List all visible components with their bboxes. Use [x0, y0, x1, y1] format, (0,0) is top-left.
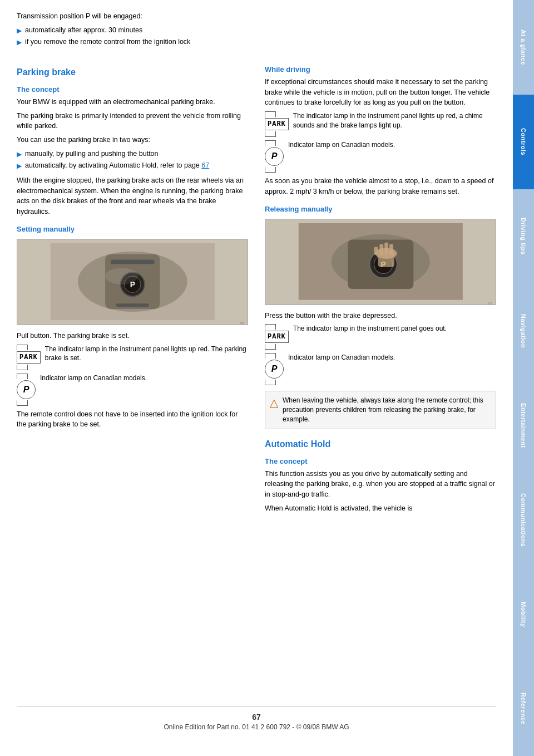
svg-point-8	[105, 268, 138, 285]
footer-copyright: Online Edition for Part no. 01 41 2 600 …	[17, 723, 496, 731]
while-driving-heading: While driving	[265, 65, 496, 73]
park-indicator-releasing-text: The indicator lamp in the instrument pan…	[293, 324, 447, 333]
sidebar-tab-controls[interactable]: Controls	[513, 95, 534, 189]
while-driving-para2: As soon as you brake the vehicle almost …	[265, 176, 496, 197]
page-footer: 67 Online Edition for Part no. 01 41 2 6…	[17, 706, 496, 734]
concept-para3: You can use the parking brake in two way…	[17, 135, 248, 145]
sidebar-tab-navigation[interactable]: Navigation	[513, 283, 534, 378]
top-intro-bullet2: ▶ if you remove the remote control from …	[17, 37, 496, 47]
p-indicator-releasing-text: Indicator lamp on Canadian models.	[288, 353, 395, 362]
parking-brake-title: Parking brake	[17, 67, 248, 77]
p-indicator-1-text: Indicator lamp on Canadian models.	[40, 374, 147, 383]
releasing-manually-image: P W163-0430	[265, 219, 496, 305]
svg-rect-18	[384, 243, 388, 255]
svg-rect-6	[111, 260, 155, 264]
while-driving-para1: If exceptional circumstances should make…	[265, 77, 496, 108]
concept-bullets: ▶ manually, by pulling and pushing the b…	[17, 149, 248, 171]
page-link[interactable]: 67	[201, 161, 209, 169]
top-intro: Transmission position P will be engaged:…	[17, 11, 496, 52]
arrow-icon1: ▶	[17, 26, 22, 36]
top-intro-line1: Transmission position P will be engaged:	[17, 11, 496, 22]
sidebar: At a glance Controls Driving tips Naviga…	[513, 0, 534, 756]
park-indicator-driving: PARK The indicator lamp in the instrumen…	[265, 111, 496, 137]
arrow-icon4: ▶	[17, 161, 22, 171]
p-indicator-box-1: P	[17, 380, 36, 399]
setting-image-svg: P	[29, 243, 236, 320]
col-left: Parking brake The concept Your BMW is eq…	[17, 57, 248, 701]
top-intro-bullet1: ▶ automatically after approx. 30 minutes	[17, 25, 496, 36]
auto-hold-para1: This function assists you as you drive b…	[265, 469, 496, 500]
setting-manually-image: P W163-0429	[17, 239, 248, 325]
top-intro-bullets: ▶ automatically after approx. 30 minutes…	[17, 25, 496, 47]
sidebar-tab-at-a-glance[interactable]: At a glance	[513, 0, 534, 95]
page-number: 67	[17, 713, 496, 721]
svg-rect-20	[374, 247, 378, 255]
park-box-1: PARK	[17, 351, 41, 364]
sidebar-tab-reference[interactable]: Reference	[513, 661, 534, 756]
setting-manually-heading: Setting manually	[17, 225, 248, 233]
releasing-image-svg: P	[277, 223, 484, 300]
auto-hold-concept-heading: The concept	[265, 457, 496, 465]
sidebar-tab-mobility[interactable]: Mobility	[513, 567, 534, 662]
park-box-driving: PARK	[265, 118, 289, 130]
p-indicator-driving-text: Indicator lamp on Canadian models.	[288, 140, 395, 150]
park-indicator-1: PARK The indicator lamp in the instrumen…	[17, 345, 248, 370]
sidebar-tab-driving-tips[interactable]: Driving tips	[513, 189, 534, 284]
svg-rect-7	[116, 304, 149, 307]
releasing-manually-heading: Releasing manually	[265, 205, 496, 213]
setting-caption: Pull button. The parking brake is set.	[17, 331, 248, 341]
sidebar-tab-entertainment[interactable]: Entertainment	[513, 378, 534, 473]
page-container: Transmission position P will be engaged:…	[0, 0, 534, 756]
warning-icon: △	[270, 396, 278, 409]
warning-box: △ When leaving the vehicle, always take …	[265, 391, 496, 429]
park-indicator-releasing: PARK The indicator lamp in the instrumen…	[265, 324, 496, 350]
col-right: While driving If exceptional circumstanc…	[265, 57, 496, 701]
setting-note: The remote control does not have to be i…	[17, 409, 248, 430]
sidebar-tab-communications[interactable]: Communications	[513, 473, 534, 567]
svg-rect-19	[389, 244, 393, 256]
concept-heading: The concept	[17, 85, 248, 94]
concept-para2: The parking brake is primarily intended …	[17, 111, 248, 132]
park-indicator-1-text: The indicator lamp in the instrument pan…	[45, 345, 248, 364]
p-indicator-1: P Indicator lamp on Canadian models.	[17, 374, 248, 406]
concept-para4: With the engine stopped, the parking bra…	[17, 175, 248, 217]
p-indicator-box-driving: P	[265, 147, 284, 166]
arrow-icon2: ▶	[17, 37, 22, 47]
releasing-caption: Press the button with the brake depresse…	[265, 311, 496, 321]
watermark-left: W163-0429	[239, 322, 245, 325]
watermark-right: W163-0430	[487, 302, 493, 305]
main-content: Transmission position P will be engaged:…	[0, 0, 513, 756]
p-indicator-driving: P Indicator lamp on Canadian models.	[265, 140, 496, 173]
concept-bullet1: ▶ manually, by pulling and pushing the b…	[17, 149, 248, 159]
arrow-icon3: ▶	[17, 149, 22, 159]
automatic-hold-heading: Automatic Hold	[265, 439, 496, 449]
two-col-layout: Parking brake The concept Your BMW is eq…	[17, 57, 496, 701]
p-indicator-box-releasing: P	[265, 360, 284, 379]
concept-bullet2: ▶ automatically, by activating Automatic…	[17, 160, 248, 171]
svg-rect-17	[379, 244, 383, 256]
concept-para1: Your BMW is equipped with an electromech…	[17, 97, 248, 107]
p-indicator-releasing: P Indicator lamp on Canadian models.	[265, 353, 496, 385]
park-box-releasing: PARK	[265, 331, 289, 343]
auto-hold-para2: When Automatic Hold is activated, the ve…	[265, 503, 496, 514]
warning-text: When leaving the vehicle, always take al…	[283, 396, 491, 424]
park-indicator-driving-text: The indicator lamp in the instrument pan…	[293, 111, 496, 130]
